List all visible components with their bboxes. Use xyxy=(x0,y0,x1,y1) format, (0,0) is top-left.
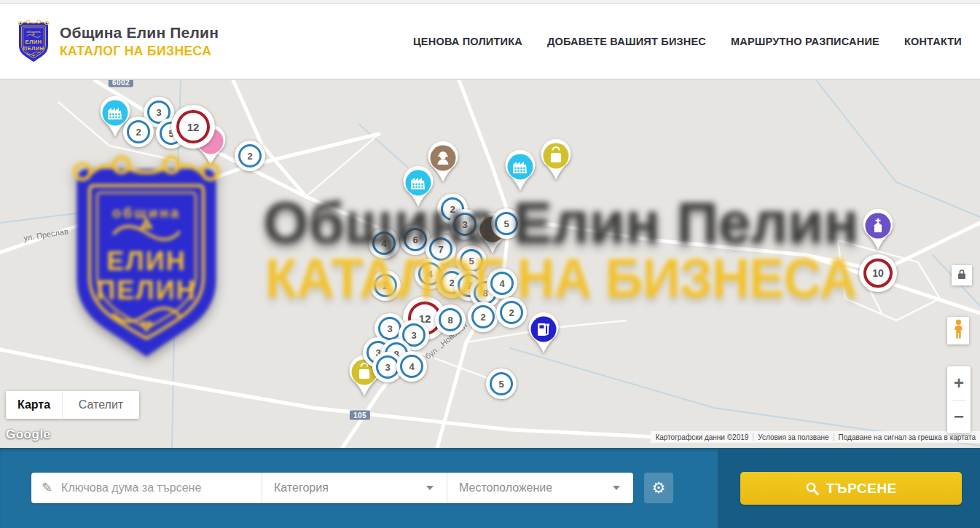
svg-text:ПЕЛИН: ПЕЛИН xyxy=(96,275,196,305)
map-canvas[interactable]: 6002105 ул. Преславбул. „Новосел xyxy=(0,80,980,448)
top-strip xyxy=(0,0,980,4)
search-bar: ✎ Категория Местоположение ⚙ ТЪРСЕНЕ xyxy=(0,448,980,528)
logo-title: Община Елин Пелин xyxy=(60,24,219,42)
map-type-satellite-button[interactable]: Сателит xyxy=(62,391,139,419)
nav-item[interactable]: ДОБАВЕТЕ ВАШИЯТ БИЗНЕС xyxy=(547,36,706,47)
svg-text:ПЕЛИН: ПЕЛИН xyxy=(23,44,44,51)
map-type-controls: Карта Сателит xyxy=(6,391,139,419)
map-pin-shopping-bag[interactable] xyxy=(539,139,573,181)
search-input-group: ✎ Категория Местоположение xyxy=(31,473,633,503)
page: община ЕЛИН ПЕЛИН Община Елин Пелин КАТА… xyxy=(0,0,980,528)
nav-item[interactable]: ЦЕНОВА ПОЛИТИКА xyxy=(413,36,522,47)
map-attribution: Картографски данни ©2019Условия за ползв… xyxy=(651,431,980,443)
advanced-search-button[interactable]: ⚙ xyxy=(644,473,673,503)
road-number-badge: 105 xyxy=(350,411,370,420)
category-select[interactable]: Категория xyxy=(262,473,447,503)
location-select[interactable]: Местоположение xyxy=(447,473,633,503)
svg-text:ЕЛИН: ЕЛИН xyxy=(26,39,42,45)
cluster-marker[interactable]: 5 xyxy=(486,369,517,399)
main-nav: ЦЕНОВА ПОЛИТИКАДОБАВЕТЕ ВАШИЯТ БИЗНЕСМАР… xyxy=(413,36,962,47)
zoom-controls: + − xyxy=(947,366,971,433)
attribution-link[interactable]: Условия за ползване xyxy=(753,433,833,441)
header: община ЕЛИН ПЕЛИН Община Елин Пелин КАТА… xyxy=(0,4,980,80)
map-pin-fuel[interactable] xyxy=(527,312,560,355)
nav-item[interactable]: КОНТАКТИ xyxy=(904,36,962,47)
gear-icon: ⚙ xyxy=(652,479,666,497)
nav-item[interactable]: МАРШРУТНО РАЗПИСАНИЕ xyxy=(731,36,879,47)
cluster-marker[interactable]: 2 xyxy=(235,141,265,171)
pencil-icon: ✎ xyxy=(42,480,52,496)
road-number-badge: 6002 xyxy=(109,80,133,87)
pegman-control[interactable] xyxy=(947,317,969,344)
chevron-down-icon xyxy=(613,486,620,490)
category-select-value: Категория xyxy=(274,481,329,494)
search-button-label: ТЪРСЕНЕ xyxy=(826,481,897,497)
cluster-marker[interactable]: 2 xyxy=(123,117,154,147)
site-logo[interactable]: община ЕЛИН ПЕЛИН Община Елин Пелин КАТА… xyxy=(16,20,219,63)
keyword-search-input[interactable] xyxy=(61,481,256,494)
map-pin-factory[interactable] xyxy=(503,150,537,192)
google-logo[interactable]: Google xyxy=(6,427,51,442)
attribution-link[interactable]: Подаване на сигнал за грешка в картата xyxy=(834,433,980,441)
location-select-value: Местоположение xyxy=(459,481,552,494)
logo-text: Община Елин Пелин КАТАЛОГ НА БИЗНЕСА xyxy=(60,24,219,59)
search-icon xyxy=(805,481,819,495)
chevron-down-icon xyxy=(426,486,434,490)
watermark-crest: община ЕЛИН ПЕЛИН xyxy=(62,155,231,363)
cluster-marker[interactable]: 12 xyxy=(171,105,215,149)
keyword-field-wrapper: ✎ xyxy=(31,473,262,503)
cluster-marker[interactable]: 4 xyxy=(396,351,427,382)
watermark-subtitle: КАТАЛОГ НА БИЗНЕСА xyxy=(256,246,866,310)
attribution-text: Картографски данни ©2019 xyxy=(651,433,753,441)
lock-control[interactable] xyxy=(952,265,972,285)
search-button[interactable]: ТЪРСЕНЕ xyxy=(740,472,962,505)
map-type-map-button[interactable]: Карта xyxy=(6,391,62,419)
logo-crest-image: община ЕЛИН ПЕЛИН xyxy=(16,20,51,63)
lock-icon xyxy=(957,269,966,283)
zoom-in-button[interactable]: + xyxy=(947,366,971,400)
zoom-out-button[interactable]: − xyxy=(947,401,971,434)
pegman-icon xyxy=(952,319,965,342)
logo-subtitle: КАТАЛОГ НА БИЗНЕСА xyxy=(60,44,219,59)
svg-text:ЕЛИН: ЕЛИН xyxy=(106,246,186,276)
